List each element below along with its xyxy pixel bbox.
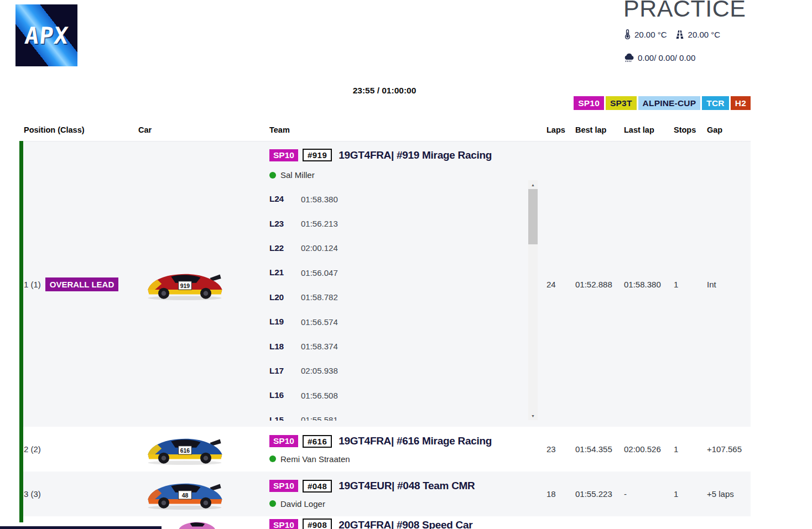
driver-row[interactable]: 3 (3) 48 SP10 #0 [19, 472, 751, 516]
gap-value: +107.565 [707, 427, 751, 472]
apx-logo-text: APX [23, 22, 70, 49]
lap-time: 01:58.374 [301, 342, 338, 351]
driver-name: David Loger [280, 499, 325, 509]
lap-row: L1601:56.508 [269, 383, 546, 407]
position-label: 1 (1) [24, 280, 41, 289]
car-number-plate: 48 [182, 493, 189, 499]
laps-scrollbar[interactable]: ▲ ▼ [528, 180, 538, 420]
status-stripe [19, 141, 23, 522]
team-name: 19GT4FRA| #919 Mirage Racing [339, 149, 492, 161]
class-badge-h2[interactable]: H2 [731, 96, 751, 110]
class-tag-badge: SP10 [269, 519, 298, 529]
gap-value: +5 laps [707, 472, 751, 516]
lap-time: 01:58.380 [301, 195, 338, 204]
overall-lead-badge: OVERALL LEAD [45, 277, 118, 291]
lap-row: L1501:55.581 [269, 408, 546, 421]
last-lap-value: 01:58.380 [624, 142, 674, 427]
scroll-thumb[interactable] [528, 189, 538, 244]
table-header-last-lap: Last lap [624, 125, 674, 134]
lap-row: L1901:56.574 [269, 310, 546, 334]
track-temp-group: 20.00 °C [675, 30, 721, 39]
team-name: 19GT4FRA| #616 Mirage Racing [339, 435, 492, 447]
lap-times-list[interactable]: L2401:58.380 L2301:56.213 L2202:00.124 L… [269, 187, 546, 421]
table-header-car: Car [138, 125, 269, 134]
air-temp-value: 20.00 °C [634, 30, 667, 39]
lap-row: L2001:58.782 [269, 285, 546, 310]
last-lap-value: - [624, 472, 674, 516]
temperature-row: 20.00 °C 20.00 °C [624, 29, 720, 39]
driver-status-dot [269, 500, 276, 507]
driver-row[interactable]: 1 (1) OVERALL LEAD 919 [19, 142, 751, 427]
stops-value: 1 [674, 142, 707, 427]
laps-value: 18 [546, 472, 575, 516]
lap-label: L19 [269, 317, 301, 327]
lap-time: 01:56.508 [301, 391, 338, 400]
car-number-plate: 616 [180, 448, 190, 454]
lap-row: L2202:00.124 [269, 236, 546, 260]
best-lap-value: 01:54.355 [575, 427, 624, 472]
driver-name: Sal Miller [280, 170, 315, 180]
car-number-badge: #616 [303, 435, 332, 448]
table-header-team: Team [269, 125, 546, 134]
best-lap-value: 01:52.888 [575, 142, 624, 427]
session-time: 23:55 / 01:00:00 [310, 86, 459, 96]
road-icon [675, 30, 685, 39]
class-tag-badge: SP10 [269, 149, 298, 161]
live-timing-page: APX PRACTICE 20.00 °C 20.00 °C 0.00/ 0.0… [0, 0, 812, 529]
table-header-stops: Stops [674, 125, 707, 134]
lap-label: L20 [269, 292, 301, 302]
lap-label: L18 [269, 342, 301, 352]
rain-cloud-icon [624, 53, 634, 62]
lap-time: 01:55.581 [301, 415, 338, 421]
bottom-partial-bar [0, 526, 162, 529]
lap-time: 02:00.124 [301, 243, 338, 253]
lap-row: L2401:58.380 [269, 187, 546, 211]
car-image: 48 [143, 476, 227, 511]
class-badge-alpine-cup[interactable]: ALPINE-CUP [638, 96, 701, 110]
lap-time: 01:56.047 [301, 268, 338, 277]
lap-time: 01:56.213 [301, 219, 338, 228]
apx-logo: APX [15, 4, 77, 66]
table-header-row: Position (Class) Car Team Laps Best lap … [19, 122, 751, 138]
lap-time: 02:05.938 [301, 366, 338, 375]
car-number-badge: #048 [303, 480, 332, 493]
best-lap-value: 01:55.223 [575, 472, 624, 516]
table-header-position: Position (Class) [24, 125, 138, 134]
rain-row: 0.00/ 0.00/ 0.00 [624, 53, 695, 62]
lap-label: L23 [269, 219, 301, 229]
car-image: 919 [143, 267, 227, 302]
driver-status-dot [269, 172, 276, 179]
table-header-best-lap: Best lap [575, 125, 624, 134]
lap-row: L1702:05.938 [269, 359, 546, 383]
scroll-down-icon[interactable]: ▼ [528, 411, 538, 420]
lap-time: 01:58.782 [301, 292, 338, 302]
table-header-gap: Gap [707, 125, 751, 134]
lap-label: L15 [269, 415, 301, 421]
lap-label: L24 [269, 194, 301, 204]
car-image [176, 518, 218, 529]
scroll-up-icon[interactable]: ▲ [528, 180, 538, 189]
lap-label: L16 [269, 390, 301, 400]
car-number-plate: 919 [180, 282, 190, 289]
class-badge-sp10[interactable]: SP10 [574, 96, 604, 110]
rain-values: 0.00/ 0.00/ 0.00 [638, 53, 695, 62]
lap-row: L2301:56.213 [269, 211, 546, 235]
gap-value: Int [707, 142, 751, 427]
class-badge-sp3t[interactable]: SP3T [606, 96, 637, 110]
car-image: 616 [143, 432, 227, 467]
lap-label: L22 [269, 243, 301, 253]
class-badge-tcr[interactable]: TCR [702, 96, 728, 110]
laps-value: 24 [546, 142, 575, 427]
position-label: 2 (2) [24, 444, 41, 454]
lap-time: 01:56.574 [301, 317, 338, 327]
lap-row: L2101:56.047 [269, 260, 546, 285]
table-header-laps: Laps [546, 125, 575, 134]
standings-table: 1 (1) OVERALL LEAD 919 [19, 141, 751, 529]
driver-row[interactable]: 2 (2) 616 SP10 # [19, 427, 751, 472]
thermometer-icon [624, 29, 631, 39]
track-temp-value: 20.00 °C [688, 30, 721, 39]
driver-status-dot [269, 455, 276, 462]
team-name: 20GT4FRA| #908 Speed Car [339, 519, 472, 529]
team-name: 19GT4EUR| #048 Team CMR [339, 480, 475, 492]
laps-value: 23 [546, 427, 575, 472]
